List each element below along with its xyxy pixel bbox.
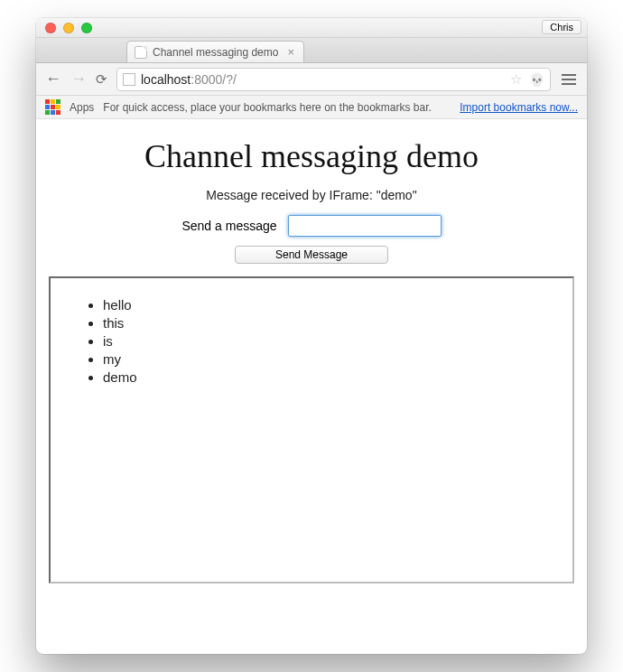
import-bookmarks-link[interactable]: Import bookmarks now... [460,101,578,114]
page-icon [135,46,147,59]
reload-button[interactable]: ⟳ [96,71,107,88]
zoom-window-button[interactable] [81,23,92,33]
url-path: :8000/?/ [191,72,237,87]
page-content: Channel messaging demo Message received … [36,119,587,654]
window-controls [36,23,92,33]
url-host: localhost [141,72,191,87]
apps-label[interactable]: Apps [70,101,94,114]
message-list: hellothisismydemo [67,297,556,385]
bookmarks-hint: For quick access, place your bookmarks h… [103,101,432,114]
status-text: Message received by IFrame: "demo" [49,188,574,202]
forward-button[interactable]: → [70,70,87,89]
browser-toolbar: ← → ⟳ localhost:8000/?/ ☆ 💀 [36,63,587,96]
list-item: my [103,351,556,367]
browser-window: Chris Channel messaging demo × ← → ⟳ loc… [36,18,587,654]
send-message-button[interactable]: Send Message [235,246,388,264]
bookmarks-bar: Apps For quick access, place your bookma… [36,96,587,119]
message-form: Send a message [49,215,574,237]
bookmark-star-icon[interactable]: ☆ [510,71,522,88]
extension-icon[interactable]: 💀 [529,72,544,87]
list-item: hello [103,297,556,313]
address-bar[interactable]: localhost:8000/?/ ☆ 💀 [116,68,551,91]
tab-title: Channel messaging demo [153,46,278,59]
message-label: Send a message [181,219,276,233]
message-input[interactable] [288,215,442,237]
hamburger-menu-icon[interactable] [560,70,578,89]
back-button[interactable]: ← [45,70,61,89]
profile-button[interactable]: Chris [542,20,581,34]
window-titlebar: Chris [36,18,587,38]
tab-strip: Channel messaging demo × [36,38,587,63]
list-item: this [103,315,556,331]
minimize-window-button[interactable] [63,23,74,33]
close-window-button[interactable] [45,23,56,33]
browser-tab[interactable]: Channel messaging demo × [126,41,304,62]
iframe-panel: hellothisismydemo [49,276,574,583]
list-item: is [103,333,556,349]
page-title: Channel messaging demo [49,137,574,175]
list-item: demo [103,369,556,385]
close-tab-icon[interactable]: × [287,45,294,59]
apps-icon[interactable] [45,99,60,115]
site-icon [123,73,135,86]
